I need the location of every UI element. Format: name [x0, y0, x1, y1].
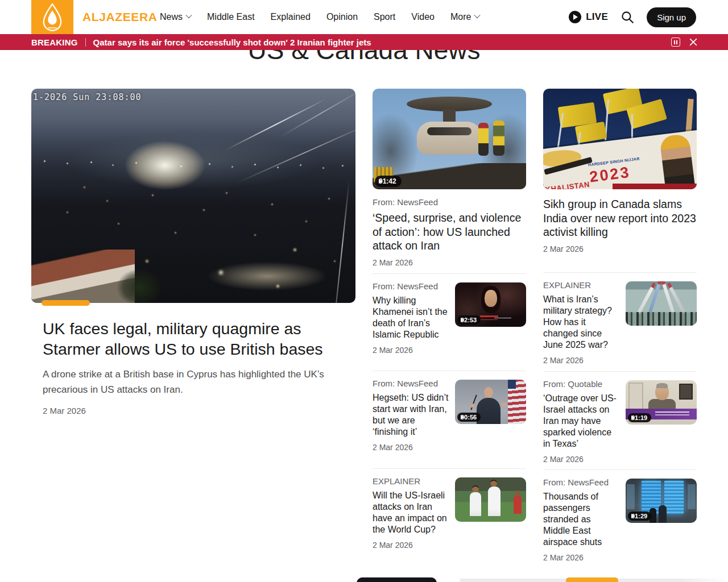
nav-label: Video — [411, 12, 435, 22]
pause-ticker-button[interactable] — [671, 38, 680, 47]
article-date: 2 Mar 2026 — [373, 541, 449, 550]
article-card: EXPLAINER Will the US-Israeli attacks on… — [373, 468, 526, 550]
carousel-scrollbar-track[interactable] — [460, 579, 728, 582]
aljazeera-flame-icon — [42, 3, 63, 31]
article-card: From: Quotable ‘Outrage over US-Israel a… — [543, 371, 697, 464]
close-banner-button[interactable] — [688, 37, 698, 47]
breaking-label: BREAKING — [31, 38, 78, 47]
header-actions: LIVE Sign up — [569, 0, 696, 34]
nav-item-video[interactable]: Video — [411, 12, 435, 22]
article-thumbnail[interactable] — [455, 477, 526, 522]
nav-item-sport[interactable]: Sport — [374, 12, 395, 22]
article-kicker: From: NewsFeed — [373, 281, 449, 291]
nav-label: Explained — [271, 12, 311, 22]
article-date: 2 Mar 2026 — [543, 455, 620, 464]
play-circle-icon — [569, 11, 581, 23]
carousel-scrollbar-thumb[interactable] — [566, 577, 618, 582]
article-thumbnail[interactable]: 01:42 — [373, 89, 526, 189]
article-kicker: From: NewsFeed — [373, 197, 526, 207]
article-title[interactable]: ‘Outrage over US-Israel attacks on Iran … — [543, 393, 620, 450]
article-date: 2 Mar 2026 — [543, 356, 620, 365]
nav-item-news[interactable]: News — [160, 12, 191, 22]
play-icon — [379, 179, 383, 184]
close-icon — [688, 37, 698, 47]
video-duration-badge: 02:53 — [457, 315, 481, 325]
search-button[interactable] — [619, 9, 635, 25]
play-icon — [461, 318, 464, 322]
play-icon — [631, 514, 635, 518]
nav-item-opinion[interactable]: Opinion — [326, 12, 358, 22]
article-kicker: EXPLAINER — [543, 280, 620, 290]
play-icon — [461, 415, 464, 419]
article-kicker: From: NewsFeed — [373, 379, 449, 388]
signup-button[interactable]: Sign up — [647, 7, 696, 27]
breaking-news-banner: BREAKING Qatar says its air force 'succe… — [0, 34, 728, 50]
article-kicker: From: NewsFeed — [543, 477, 620, 487]
article-kicker: EXPLAINER — [373, 476, 449, 486]
main-nav: News Middle East Explained Opinion Sport… — [160, 0, 479, 34]
article-thumbnail[interactable]: 01:19 — [626, 380, 697, 425]
article-title[interactable]: Why killing Khamenei isn’t the death of … — [373, 295, 449, 340]
article-title[interactable]: Thousands of passengers stranded as Midd… — [543, 491, 620, 548]
featured-title[interactable]: UK faces legal, military quagmire as Sta… — [43, 318, 353, 359]
article-date: 2 Mar 2026 — [373, 346, 449, 355]
article-thumbnail[interactable]: HARDEEP SINGH NIJJAR 2023 KHALISTAN — [543, 89, 697, 189]
featured-image[interactable]: 1-2026 Sun 23:08:00 — [31, 89, 355, 303]
article-title[interactable]: ‘Speed, surprise, and violence of action… — [373, 211, 526, 253]
article-thumbnail[interactable] — [626, 281, 697, 326]
article-card: 01:42 From: NewsFeed ‘Speed, surprise, a… — [373, 89, 526, 267]
article-title[interactable]: Hegseth: US didn’t start war with Iran, … — [373, 392, 449, 438]
article-title[interactable]: Will the US-Israeli attacks on Iran have… — [373, 490, 449, 535]
chevron-down-icon — [474, 12, 481, 18]
video-duration-badge: 01:29 — [628, 512, 651, 521]
nav-label: News — [160, 12, 183, 22]
pause-icon — [674, 40, 675, 44]
article-thumbnail[interactable]: 02:53 — [455, 282, 526, 327]
video-duration-badge: 01:19 — [628, 413, 651, 422]
article-card: From: NewsFeed Why killing Khamenei isn’… — [373, 273, 526, 355]
article-date: 2 Mar 2026 — [373, 258, 526, 267]
play-icon — [631, 415, 635, 420]
nav-label: More — [450, 12, 471, 22]
nav-label: Middle East — [207, 12, 255, 22]
live-label: LIVE — [586, 11, 608, 23]
article-card: HARDEEP SINGH NIJJAR 2023 KHALISTAN Sikh… — [543, 89, 697, 253]
aljazeera-us-canada-page: ALJAZEERA News Middle East Explained Opi… — [0, 0, 728, 582]
aljazeera-logo[interactable] — [31, 0, 73, 34]
featured-date: 2 Mar 2026 — [43, 406, 355, 415]
breaking-divider — [85, 38, 86, 47]
article-card: EXPLAINER What is Iran’s military strate… — [543, 272, 697, 365]
breaking-controls — [671, 37, 698, 47]
breaking-headline[interactable]: Qatar says its air force 'successfully s… — [93, 38, 371, 47]
nav-item-explained[interactable]: Explained — [271, 12, 311, 22]
nav-item-more[interactable]: More — [450, 12, 479, 22]
search-icon — [620, 10, 635, 24]
chevron-down-icon — [185, 12, 192, 18]
article-title[interactable]: Sikh group in Canada slams India over ne… — [543, 197, 697, 239]
article-card: From: NewsFeed Hegseth: US didn’t start … — [373, 371, 526, 452]
article-date: 2 Mar 2026 — [543, 244, 697, 253]
video-duration-badge: 00:56 — [457, 413, 481, 422]
featured-excerpt: A drone strike at a British base in Cypr… — [43, 367, 338, 397]
nav-label: Sport — [374, 12, 395, 22]
article-kicker: From: Quotable — [543, 379, 620, 389]
article-card: From: NewsFeed Thousands of passengers s… — [543, 469, 697, 562]
site-header: ALJAZEERA News Middle East Explained Opi… — [0, 0, 728, 34]
carousel-progress-indicator — [42, 300, 90, 306]
article-date: 2 Mar 2026 — [543, 553, 620, 562]
article-date: 2 Mar 2026 — [373, 443, 449, 452]
nav-label: Opinion — [326, 12, 358, 22]
right-column: HARDEEP SINGH NIJJAR 2023 KHALISTAN Sikh… — [543, 89, 697, 253]
featured-article: 1-2026 Sun 23:08:00 UK faces legal, mili… — [31, 89, 355, 415]
cctv-timestamp: 1-2026 Sun 23:08:00 — [33, 92, 142, 102]
middle-column: 01:42 From: NewsFeed ‘Speed, surprise, a… — [373, 89, 526, 267]
brand-wordmark[interactable]: ALJAZEERA — [82, 0, 157, 34]
live-button[interactable]: LIVE — [569, 11, 608, 23]
video-duration-badge: 01:42 — [375, 176, 402, 187]
article-title[interactable]: What is Iran’s military strategy? How ha… — [543, 294, 620, 351]
nav-item-middle-east[interactable]: Middle East — [207, 12, 255, 22]
pause-icon — [676, 40, 677, 44]
article-thumbnail[interactable]: 00:56 — [455, 380, 526, 424]
next-section-peek[interactable] — [357, 577, 437, 582]
article-thumbnail[interactable]: 01:29 — [626, 479, 697, 523]
